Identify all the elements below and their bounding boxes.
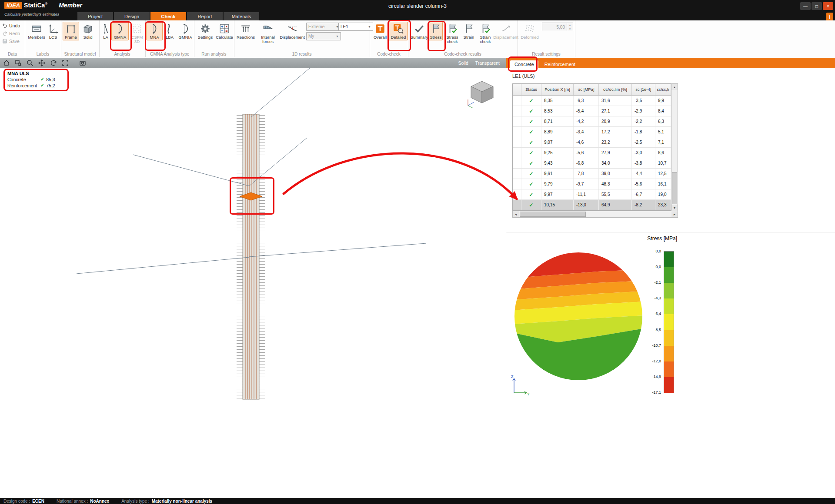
tab-design[interactable]: Design bbox=[114, 12, 150, 20]
column-header[interactable]: σc [MPa] bbox=[574, 84, 599, 95]
table-row[interactable]: ✓9,97-11,155,5-6,719,0 bbox=[513, 189, 671, 200]
extreme-dropdown[interactable]: Extreme ▼ bbox=[306, 23, 341, 31]
settings-button[interactable]: Settings bbox=[196, 22, 215, 40]
table-row[interactable]: ✓8,35-6,331,6-3,59,9 bbox=[513, 96, 671, 106]
camera-icon bbox=[79, 60, 86, 66]
ribbon: Undo Redo Save Data Members LCS Labels bbox=[0, 20, 835, 58]
my-dropdown[interactable]: My ▼ bbox=[306, 32, 341, 40]
strain-button[interactable]: Strain bbox=[462, 22, 476, 40]
tab-project[interactable]: Project bbox=[77, 12, 113, 20]
orbit-button[interactable] bbox=[48, 58, 59, 68]
redo-button[interactable]: Redo bbox=[2, 31, 20, 36]
panel-splitter[interactable] bbox=[506, 232, 835, 232]
members-button[interactable]: Members bbox=[27, 22, 47, 40]
pan-button[interactable] bbox=[37, 58, 47, 68]
table-row[interactable]: ✓8,89-3,417,2-1,85,1 bbox=[513, 127, 671, 137]
save-button[interactable]: Save bbox=[2, 39, 20, 44]
table-row[interactable]: ✓9,43-6,834,0-3,810,7 bbox=[513, 158, 671, 169]
scene-3d[interactable] bbox=[0, 68, 506, 498]
hscroll-track[interactable] bbox=[519, 211, 671, 217]
z-axis-label: Z bbox=[511, 375, 514, 379]
overall-check-button[interactable]: Overall bbox=[371, 22, 389, 40]
vscroll-track[interactable] bbox=[671, 90, 678, 205]
gmna-button[interactable]: GMNA bbox=[111, 22, 129, 40]
tab-materials[interactable]: Materials bbox=[224, 12, 259, 20]
scroll-up-icon[interactable]: ▲ bbox=[671, 84, 678, 90]
load-case-dropdown[interactable]: LE1 ▼ bbox=[338, 23, 373, 31]
maximize-button[interactable]: □ bbox=[812, 2, 822, 10]
solid-button[interactable]: Solid bbox=[80, 22, 96, 40]
table-row[interactable]: ✓9,07-4,623,2-2,57,1 bbox=[513, 137, 671, 148]
csfm-3d-button[interactable]: CSFM 3D bbox=[129, 22, 145, 45]
tab-report[interactable]: Report bbox=[187, 12, 223, 20]
table-row[interactable]: ✓10,15-13,064,9-8,223,3 bbox=[513, 200, 671, 210]
column-header[interactable]: σc/σc,lim [%] bbox=[599, 84, 632, 95]
table-cell: -3,4 bbox=[574, 127, 599, 137]
column-header[interactable]: εc [1e-4] bbox=[632, 84, 655, 95]
vertical-scrollbar[interactable]: ▲ ▼ bbox=[671, 83, 678, 211]
minimize-button[interactable]: — bbox=[800, 2, 811, 10]
mna-button[interactable]: MNA bbox=[146, 22, 163, 40]
column-header[interactable]: Position X [m] bbox=[541, 84, 574, 95]
stress-bands bbox=[513, 251, 644, 381]
column-header[interactable] bbox=[513, 84, 521, 95]
stress-check-button[interactable]: Stress check bbox=[443, 22, 462, 45]
tab-concrete[interactable]: Concrete bbox=[510, 60, 538, 68]
table-row[interactable]: ✓9,25-5,627,9-3,08,6 bbox=[513, 148, 671, 158]
snapshot-button[interactable] bbox=[77, 58, 88, 68]
scroll-left-icon[interactable]: ◄ bbox=[513, 211, 519, 217]
tab-check[interactable]: Check bbox=[150, 12, 186, 20]
frame-button[interactable]: Frame bbox=[63, 22, 79, 40]
spinner-up-icon[interactable]: ▲ bbox=[567, 23, 573, 27]
home-view-button[interactable] bbox=[1, 58, 12, 68]
table-cell bbox=[513, 137, 521, 147]
table-cell: 8,4 bbox=[655, 106, 671, 116]
table-cell: -4,6 bbox=[574, 137, 599, 147]
solid-mode-toggle[interactable]: Solid bbox=[458, 60, 468, 66]
scroll-down-icon[interactable]: ▼ bbox=[671, 205, 678, 211]
detailed-check-icon bbox=[393, 23, 404, 34]
stress-button[interactable]: Stress bbox=[429, 22, 443, 40]
group-label-code-check: Code-check bbox=[370, 52, 408, 56]
vscroll-thumb[interactable] bbox=[672, 172, 677, 204]
navigation-cube[interactable] bbox=[468, 81, 493, 108]
summary-button[interactable]: Summary bbox=[409, 22, 430, 40]
lba-button[interactable]: LBA bbox=[163, 22, 177, 40]
deformed-button[interactable]: Deformed bbox=[518, 22, 541, 40]
spinner-down-icon[interactable]: ▼ bbox=[567, 27, 573, 31]
spinner-arrows[interactable]: ▲ ▼ bbox=[567, 23, 573, 31]
tab-reinforcement[interactable]: Reinforcement bbox=[540, 60, 580, 68]
table-cell bbox=[513, 169, 521, 179]
la-button[interactable]: LA bbox=[100, 22, 111, 40]
displacement-result-button[interactable]: Displacement bbox=[494, 22, 518, 40]
detailed-check-button[interactable]: Detailed bbox=[389, 22, 408, 40]
column-header[interactable]: Status bbox=[521, 84, 541, 95]
group-label-structural-model: Structural model bbox=[61, 52, 99, 56]
status-check-icon: ✓ bbox=[521, 200, 541, 210]
zoom-window-button[interactable] bbox=[13, 58, 23, 68]
transparent-mode-toggle[interactable]: Transparent bbox=[475, 60, 500, 66]
scroll-right-icon[interactable]: ► bbox=[671, 211, 678, 217]
zoom-button[interactable] bbox=[25, 58, 35, 68]
calculate-button[interactable]: Calculate bbox=[215, 22, 234, 40]
table-row[interactable]: ✓9,79-9,748,3-5,616,1 bbox=[513, 179, 671, 189]
table-row[interactable]: ✓8,71-4,220,9-2,26,3 bbox=[513, 116, 671, 127]
table-row[interactable]: ✓9,61-7,839,0-4,412,5 bbox=[513, 169, 671, 179]
reactions-button[interactable]: Reactions bbox=[235, 22, 257, 40]
internal-forces-button[interactable]: Internal forces bbox=[257, 22, 279, 45]
displacement-1d-button[interactable]: Displacement bbox=[279, 22, 305, 40]
solid-icon bbox=[82, 23, 94, 34]
undo-button[interactable]: Undo bbox=[2, 23, 20, 28]
lcs-button[interactable]: LCS bbox=[47, 22, 60, 40]
horizontal-scrollbar[interactable]: ◄ ► bbox=[512, 211, 678, 218]
close-button[interactable]: × bbox=[823, 2, 833, 10]
deformed-scale-spinner[interactable]: 5,00 ▲ ▼ bbox=[542, 23, 573, 31]
strain-check-button[interactable]: Strain check bbox=[476, 22, 495, 45]
zoom-fit-button[interactable] bbox=[60, 58, 70, 68]
column-header[interactable]: εc/εc,li bbox=[655, 84, 671, 95]
table-cell: 8,71 bbox=[541, 116, 574, 126]
gmnia-button[interactable]: GMNIA bbox=[177, 22, 194, 40]
hscroll-thumb[interactable] bbox=[520, 212, 586, 217]
gmna-label: GMNA bbox=[114, 35, 127, 40]
table-row[interactable]: ✓8,53-5,427,1-2,98,4 bbox=[513, 106, 671, 116]
